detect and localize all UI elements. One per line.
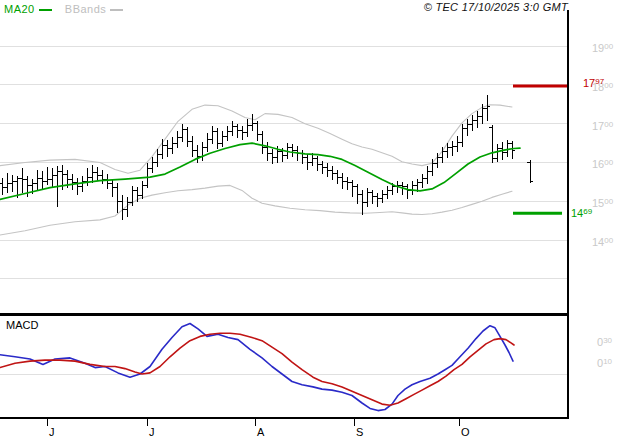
price-axis-label: 1900 bbox=[592, 42, 613, 54]
chart-right-border bbox=[567, 10, 569, 419]
chart-window: MA20 BBands © TEC 17/10/2025 3:0 GMT MAC… bbox=[0, 0, 627, 440]
month-label: J bbox=[49, 426, 55, 438]
macd-macd-line bbox=[0, 324, 513, 411]
month-tick-mark bbox=[354, 419, 355, 426]
month-tick-mark bbox=[47, 419, 48, 426]
price-panel bbox=[0, 10, 568, 313]
month-label: A bbox=[257, 426, 264, 438]
month-label: S bbox=[356, 426, 363, 438]
macd-axis-label: 030 bbox=[597, 336, 612, 348]
support-level-label: 1469 bbox=[571, 207, 592, 219]
month-label: J bbox=[149, 426, 155, 438]
price-axis-label: 1700 bbox=[592, 120, 613, 132]
month-tick-mark bbox=[255, 419, 256, 426]
macd-signal-line bbox=[0, 333, 514, 405]
month-tick-mark bbox=[147, 419, 148, 426]
x-axis-line bbox=[0, 417, 569, 419]
resistance-level-label: 1797 bbox=[583, 77, 604, 89]
macd-panel bbox=[0, 316, 568, 417]
month-tick-mark bbox=[459, 419, 460, 426]
price-gridlines bbox=[0, 46, 568, 279]
macd-axis-label: 010 bbox=[597, 357, 612, 369]
month-label: O bbox=[461, 426, 470, 438]
price-axis-label: 1600 bbox=[592, 158, 613, 170]
price-axis-label: 1500 bbox=[592, 197, 613, 209]
macd-panel-label: MACD bbox=[6, 319, 38, 331]
price-axis-label: 1400 bbox=[592, 236, 613, 248]
